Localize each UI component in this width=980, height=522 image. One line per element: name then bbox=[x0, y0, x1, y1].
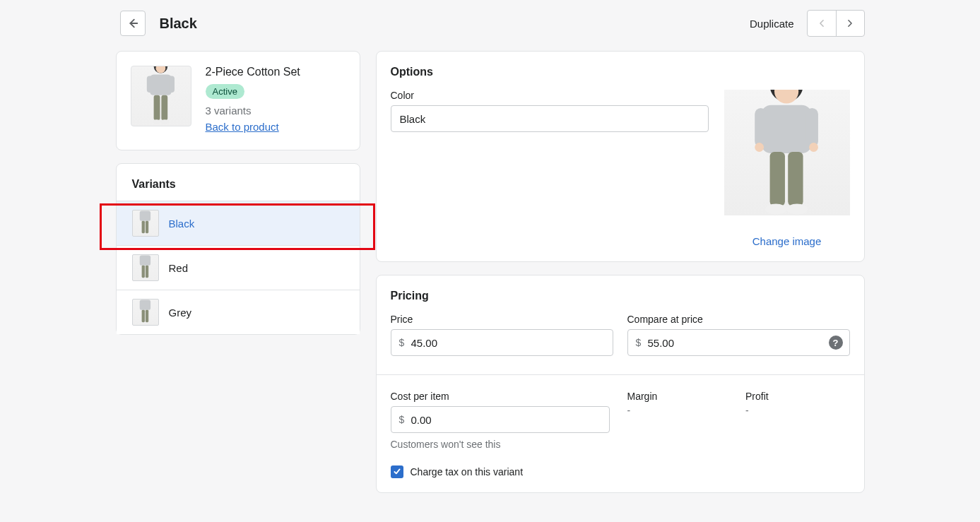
prev-variant-button[interactable] bbox=[808, 11, 836, 36]
variant-thumbnail bbox=[132, 210, 159, 237]
svg-point-34 bbox=[810, 143, 819, 152]
duplicate-button[interactable]: Duplicate bbox=[750, 18, 794, 30]
color-label: Color bbox=[391, 90, 709, 101]
svg-rect-6 bbox=[169, 76, 175, 93]
svg-point-25 bbox=[774, 90, 798, 104]
svg-point-20 bbox=[143, 299, 148, 299]
options-card: Options Color Change image bbox=[376, 51, 865, 262]
variant-image bbox=[724, 90, 850, 215]
help-icon[interactable]: ? bbox=[829, 336, 843, 350]
variant-item-red[interactable]: Red bbox=[117, 245, 360, 290]
page-title: Black bbox=[160, 16, 197, 32]
chevron-right-icon bbox=[845, 18, 855, 28]
currency-symbol: $ bbox=[636, 337, 642, 348]
product-thumbnail bbox=[131, 66, 191, 126]
charge-tax-label: Charge tax on this variant bbox=[411, 466, 524, 477]
product-image-icon bbox=[741, 90, 832, 215]
svg-rect-30 bbox=[789, 152, 803, 206]
cost-input[interactable] bbox=[391, 406, 610, 433]
variant-count: 3 variants bbox=[206, 105, 300, 117]
variant-label: Grey bbox=[169, 307, 192, 319]
variant-item-grey[interactable]: Grey bbox=[117, 290, 360, 334]
svg-point-15 bbox=[143, 254, 148, 255]
profit-value: - bbox=[745, 405, 850, 416]
margin-label: Margin bbox=[627, 391, 732, 402]
svg-rect-22 bbox=[142, 310, 145, 322]
svg-rect-12 bbox=[142, 221, 145, 233]
product-image-icon bbox=[135, 299, 155, 325]
margin-value: - bbox=[627, 405, 732, 416]
svg-rect-27 bbox=[755, 108, 767, 148]
svg-rect-2 bbox=[150, 74, 172, 95]
currency-symbol: $ bbox=[399, 414, 405, 425]
page-header: Black Duplicate bbox=[116, 10, 865, 37]
svg-rect-18 bbox=[146, 266, 148, 278]
cost-label: Cost per item bbox=[391, 391, 613, 402]
product-summary-card: 2-Piece Cotton Set Active 3 variants Bac… bbox=[116, 51, 360, 150]
pricing-heading: Pricing bbox=[391, 290, 850, 302]
svg-point-7 bbox=[153, 119, 161, 124]
charge-tax-checkbox[interactable] bbox=[391, 465, 403, 478]
product-image-icon bbox=[135, 210, 155, 236]
status-badge: Active bbox=[206, 84, 244, 99]
svg-rect-23 bbox=[146, 310, 148, 322]
compare-price-input[interactable] bbox=[627, 329, 850, 356]
product-image-icon bbox=[135, 254, 155, 280]
svg-rect-3 bbox=[154, 95, 160, 120]
svg-rect-4 bbox=[161, 95, 167, 120]
product-image-icon bbox=[140, 66, 182, 126]
svg-rect-13 bbox=[146, 221, 148, 233]
product-title: 2-Piece Cotton Set bbox=[206, 66, 300, 78]
svg-point-32 bbox=[787, 204, 808, 215]
cost-helper-text: Customers won't see this bbox=[391, 439, 613, 450]
variants-card: Variants Black Red bbox=[116, 163, 360, 335]
change-image-link[interactable]: Change image bbox=[752, 235, 822, 247]
arrow-left-icon bbox=[126, 17, 139, 30]
svg-rect-29 bbox=[770, 152, 785, 206]
options-heading: Options bbox=[391, 66, 850, 78]
currency-symbol: $ bbox=[399, 337, 405, 348]
svg-rect-11 bbox=[140, 210, 150, 220]
svg-rect-21 bbox=[140, 299, 150, 309]
variant-label: Red bbox=[169, 262, 189, 274]
svg-point-10 bbox=[143, 210, 148, 210]
svg-point-33 bbox=[755, 143, 764, 152]
svg-rect-28 bbox=[806, 108, 818, 148]
svg-rect-26 bbox=[761, 105, 813, 153]
svg-rect-17 bbox=[142, 266, 145, 278]
variant-item-black[interactable]: Black bbox=[117, 201, 360, 245]
compare-price-label: Compare at price bbox=[627, 314, 850, 325]
profit-label: Profit bbox=[745, 391, 850, 402]
price-input[interactable] bbox=[391, 329, 613, 356]
variant-thumbnail bbox=[132, 299, 159, 326]
color-input[interactable] bbox=[391, 105, 709, 132]
back-to-product-link[interactable]: Back to product bbox=[206, 121, 279, 133]
pricing-card: Pricing Price $ Compare at price bbox=[376, 275, 865, 493]
next-variant-button[interactable] bbox=[836, 11, 864, 36]
svg-rect-5 bbox=[147, 76, 153, 93]
svg-rect-16 bbox=[140, 255, 150, 265]
variant-label: Black bbox=[169, 218, 195, 230]
svg-point-31 bbox=[766, 204, 787, 215]
svg-point-8 bbox=[160, 119, 169, 124]
variant-nav bbox=[807, 10, 865, 37]
price-label: Price bbox=[391, 314, 613, 325]
back-button[interactable] bbox=[120, 11, 146, 36]
variants-heading: Variants bbox=[117, 164, 360, 201]
chevron-left-icon bbox=[817, 18, 827, 28]
variant-thumbnail bbox=[132, 254, 159, 281]
check-icon bbox=[393, 468, 401, 476]
